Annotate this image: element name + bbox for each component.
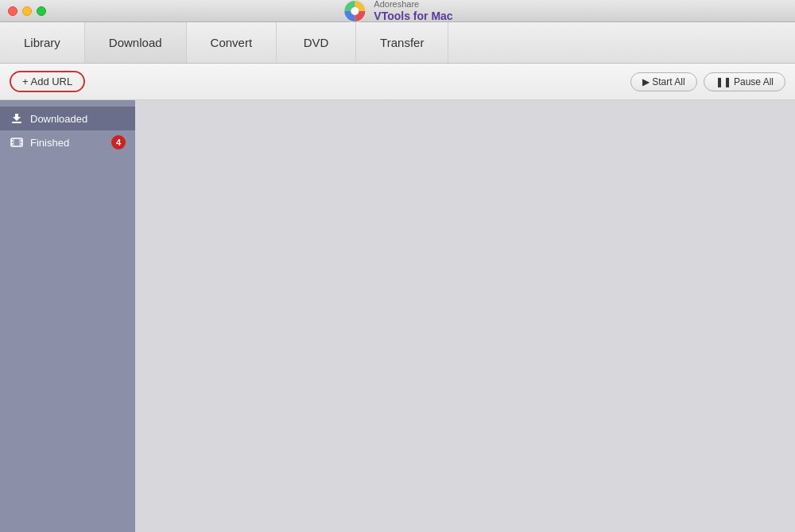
content-area: + Add URL ▶ Start All ❚❚ Pause All Downl… bbox=[0, 64, 795, 532]
logo-brand: Adoreshare bbox=[374, 0, 452, 10]
tab-convert[interactable]: Convert bbox=[187, 22, 277, 63]
svg-rect-4 bbox=[11, 140, 13, 142]
svg-rect-2 bbox=[12, 122, 21, 123]
film-icon bbox=[10, 135, 24, 150]
title-bar: Adoreshare VTools for Mac bbox=[0, 0, 795, 22]
logo-text: Adoreshare VTools for Mac bbox=[374, 0, 452, 22]
svg-rect-3 bbox=[11, 138, 22, 146]
svg-rect-7 bbox=[21, 143, 22, 145]
finished-badge: 4 bbox=[111, 135, 126, 150]
pause-all-button[interactable]: ❚❚ Pause All bbox=[704, 72, 785, 91]
tab-transfer[interactable]: Transfer bbox=[356, 22, 448, 63]
toolbar-right: ▶ Start All ❚❚ Pause All bbox=[630, 72, 785, 91]
logo-product: VTools for Mac bbox=[374, 10, 452, 23]
tab-dvd[interactable]: DVD bbox=[277, 22, 356, 63]
close-button[interactable] bbox=[8, 6, 17, 16]
tab-library[interactable]: Library bbox=[0, 22, 85, 63]
sidebar-body-wrapper: Downloaded Finished bbox=[0, 100, 795, 532]
sidebar-item-downloaded[interactable]: Downloaded bbox=[0, 107, 135, 130]
svg-rect-6 bbox=[21, 140, 22, 142]
svg-point-1 bbox=[351, 7, 359, 15]
svg-rect-5 bbox=[11, 143, 13, 145]
nav-tabs: Library Download Convert DVD Transfer bbox=[0, 22, 795, 64]
sidebar: Downloaded Finished bbox=[0, 100, 135, 532]
sidebar-finished-label: Finished bbox=[30, 137, 69, 149]
sidebar-downloaded-label: Downloaded bbox=[30, 113, 87, 125]
tab-download[interactable]: Download bbox=[85, 22, 187, 63]
add-url-button[interactable]: + Add URL bbox=[10, 71, 85, 92]
maximize-button[interactable] bbox=[37, 6, 46, 16]
logo-area: Adoreshare VTools for Mac bbox=[342, 0, 452, 24]
start-all-button[interactable]: ▶ Start All bbox=[630, 72, 697, 91]
minimize-button[interactable] bbox=[22, 6, 32, 16]
toolbar: + Add URL ▶ Start All ❚❚ Pause All bbox=[0, 64, 795, 100]
sidebar-item-finished[interactable]: Finished 4 bbox=[0, 130, 135, 154]
download-icon bbox=[10, 111, 24, 126]
traffic-lights bbox=[8, 6, 46, 16]
app-logo-icon bbox=[342, 0, 367, 24]
download-content: + Add URL ▶ Start All ❚❚ Pause All Downl… bbox=[0, 64, 795, 532]
download-body bbox=[135, 100, 795, 532]
